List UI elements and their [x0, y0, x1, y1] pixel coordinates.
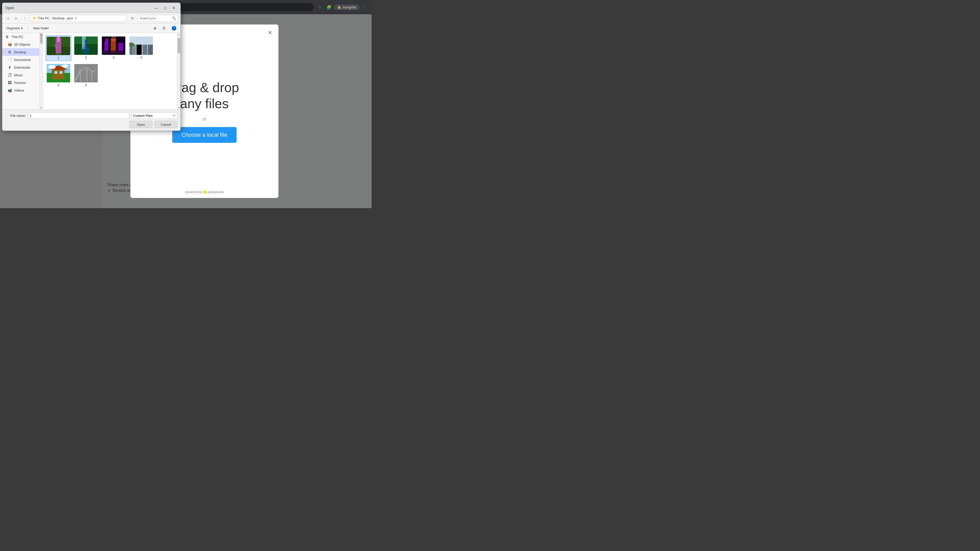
svg-rect-5: [57, 37, 60, 42]
dialog-bottom: File name: Custom Files Open Cancel: [2, 110, 180, 130]
dialog-minimize-button[interactable]: —: [153, 4, 160, 11]
file-thumb-image-4: [129, 37, 153, 55]
view-grid-icon: ⊞: [154, 26, 156, 30]
sidebar-scrollbar[interactable]: ▲ ▼: [39, 33, 43, 110]
dialog-back-button[interactable]: ◀: [4, 15, 11, 22]
dialog-close-button[interactable]: ✕: [170, 4, 177, 11]
file-label-1: 1: [58, 56, 59, 60]
svg-point-14: [85, 40, 87, 42]
dialog-search-input[interactable]: [140, 17, 170, 20]
desktop-label: Desktop: [14, 50, 26, 54]
path-part-3[interactable]: pics: [67, 16, 73, 20]
file-item-4[interactable]: 4: [128, 35, 154, 61]
svg-rect-13: [85, 41, 87, 48]
svg-rect-7: [61, 47, 70, 55]
sidebar-scroll-down-arrow[interactable]: ▼: [40, 106, 42, 109]
file-thumb-image-3: [102, 37, 125, 55]
bookmark-star-button[interactable]: ☆: [316, 3, 324, 11]
files-scroll-up-arrow[interactable]: ▲: [178, 33, 180, 36]
incognito-label: Incognito: [343, 5, 356, 9]
svg-rect-19: [102, 51, 125, 55]
view-list-icon: ☰: [162, 26, 165, 30]
files-scroll-down-arrow[interactable]: ▼: [178, 106, 180, 109]
dialog-forward-button[interactable]: ▶: [13, 15, 20, 22]
svg-point-37: [62, 65, 68, 68]
dialog-files-area: 1 2: [43, 33, 180, 110]
file-item-2[interactable]: 2: [73, 35, 99, 61]
dialog-up-button[interactable]: ↑: [22, 15, 28, 22]
svg-rect-35: [59, 71, 62, 74]
music-icon: 🎵: [7, 73, 12, 77]
uploadcare-dot: [203, 191, 206, 194]
svg-point-36: [48, 65, 56, 69]
sidebar-nav-item-videos[interactable]: 📹 Videos: [2, 86, 43, 94]
extensions-button[interactable]: 🧩: [325, 3, 333, 11]
dialog-refresh-button[interactable]: ↻: [129, 15, 135, 22]
filetype-dropdown[interactable]: Custom Files: [131, 112, 177, 119]
sidebar-nav-item-documents[interactable]: 📄 Documents: [2, 56, 43, 64]
path-icon: 📁: [33, 16, 37, 20]
files-scroll-thumb[interactable]: [178, 38, 180, 53]
dialog-body: 🖥 This PC 📦 3D Objects 🖥 Desktop 📄 Docum…: [2, 33, 180, 110]
sidebar-nav-item-pictures[interactable]: 🖼 Pictures: [2, 79, 43, 86]
dialog-maximize-button[interactable]: □: [162, 4, 169, 11]
videos-label: Videos: [14, 89, 24, 92]
files-scrollbar[interactable]: ▲ ▼: [177, 33, 180, 110]
browser-menu-button[interactable]: ⋮: [360, 3, 369, 11]
svg-point-20: [105, 38, 109, 42]
filename-input[interactable]: [28, 112, 129, 119]
file-thumb-image-1: [47, 37, 70, 55]
svg-rect-25: [143, 43, 147, 55]
pictures-icon: 🖼: [7, 80, 12, 85]
file-item-6[interactable]: 6: [73, 63, 99, 88]
pictures-label: Pictures: [14, 81, 26, 85]
svg-rect-28: [130, 45, 132, 54]
dialog-address-bar: ◀ ▶ ↑ 📁 This PC › Desktop › pics ▾ ↻ 🔍: [2, 13, 180, 24]
sidebar-nav-item-3d-objects[interactable]: 📦 3D Objects: [2, 41, 43, 48]
path-part-1[interactable]: This PC: [38, 16, 49, 20]
toolbar-divider: [28, 26, 28, 31]
file-item-1[interactable]: 1: [46, 35, 71, 61]
3d-objects-label: 3D Objects: [14, 43, 30, 46]
documents-label: Documents: [14, 58, 31, 62]
sidebar-nav-item-desktop[interactable]: 🖥 Desktop: [2, 48, 43, 56]
help-icon: ?: [172, 26, 177, 30]
browser-toolbar-icons: ☆ 🧩 🕵 Incognito ⋮: [316, 3, 369, 11]
this-pc-label: This PC: [11, 35, 23, 39]
dialog-search[interactable]: 🔍: [138, 15, 178, 22]
choose-local-file-button[interactable]: Choose a local file: [172, 127, 237, 143]
file-thumb-image-5: [47, 64, 70, 83]
powered-by: powered by uploadcare: [185, 190, 224, 194]
open-button[interactable]: Open: [129, 121, 152, 128]
incognito-badge: 🕵 Incognito: [334, 4, 360, 10]
documents-icon: 📄: [7, 57, 12, 62]
file-thumb-image-6: [74, 64, 98, 83]
dialog-sidebar: 🖥 This PC 📦 3D Objects 🖥 Desktop 📄 Docum…: [2, 33, 43, 110]
filename-row: File name: Custom Files: [5, 112, 177, 119]
file-item-5[interactable]: 5: [46, 63, 71, 88]
search-icon: 🔍: [172, 16, 176, 20]
organize-button[interactable]: Organize ▾: [4, 25, 25, 32]
dialog-toolbar: Organize ▾ New folder ⊞ ☰ ?: [2, 24, 180, 33]
file-thumb-image-2: [74, 37, 98, 55]
file-item-3[interactable]: 3: [101, 35, 126, 61]
view-options-button[interactable]: ⊞: [151, 25, 159, 32]
this-pc-icon: 🖥: [5, 35, 10, 39]
cancel-button[interactable]: Cancel: [154, 121, 177, 128]
view-list-button[interactable]: ☰: [161, 25, 168, 32]
dialog-title: Open: [5, 6, 14, 10]
new-folder-button[interactable]: New folder: [31, 25, 51, 32]
filename-label: File name:: [5, 114, 26, 118]
path-part-2[interactable]: Desktop: [52, 16, 65, 20]
dialog-titlebar: Open — □ ✕: [2, 3, 180, 13]
file-label-6: 6: [85, 83, 87, 87]
sidebar-nav-item-music[interactable]: 🎵 Music: [2, 71, 43, 79]
svg-rect-38: [74, 64, 98, 83]
dialog-help-button[interactable]: ?: [170, 25, 178, 32]
organize-chevron-icon: ▾: [21, 26, 23, 30]
sidebar-nav-item-this-pc[interactable]: 🖥 This PC: [2, 33, 43, 41]
sidebar-scroll-up-arrow[interactable]: ▲: [40, 33, 42, 36]
sidebar-nav-item-downloads[interactable]: ⬇ Downloads: [2, 64, 43, 71]
modal-close-button[interactable]: ✕: [266, 29, 274, 37]
file-label-3: 3: [113, 56, 115, 59]
